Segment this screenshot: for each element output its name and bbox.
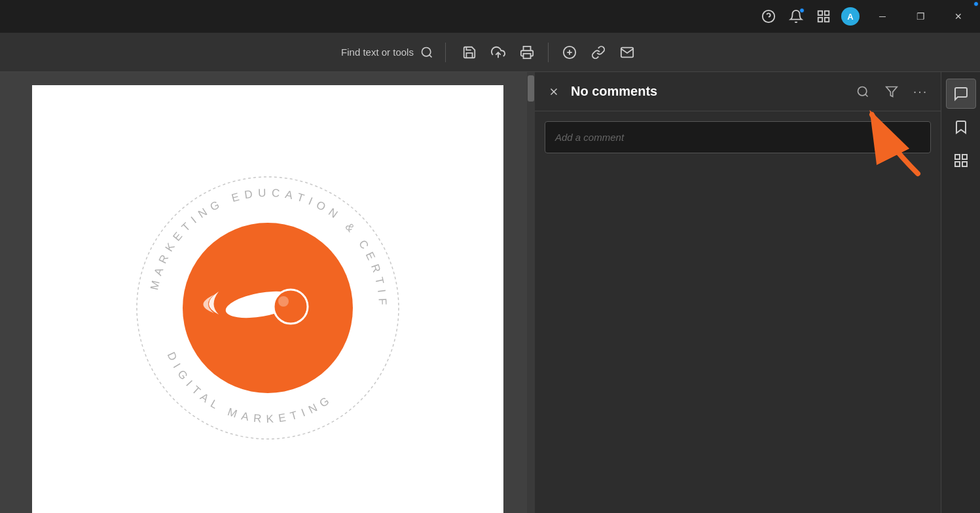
close-panel-button[interactable] — [545, 83, 563, 101]
sidebar-bookmarks-button[interactable] — [946, 112, 976, 142]
comments-title: No comments — [571, 84, 844, 99]
pdf-page: MARKETING EDUCATION & CERTIFICATION DIGI… — [32, 85, 503, 513]
search-area: Find text or tools — [13, 41, 967, 64]
upload-button[interactable] — [486, 41, 510, 64]
add-comment-placeholder: Add a comment — [555, 132, 624, 143]
svg-rect-26 — [962, 155, 967, 159]
svg-rect-25 — [955, 155, 960, 159]
svg-point-22 — [858, 86, 867, 95]
notification-icon[interactable] — [786, 7, 806, 26]
comments-filter-icon[interactable] — [881, 81, 902, 102]
toolbar: Find text or tools — [0, 33, 980, 72]
svg-point-6 — [422, 47, 430, 56]
scrollbar[interactable] — [527, 72, 535, 513]
svg-rect-27 — [955, 162, 960, 166]
comments-more-icon[interactable]: ··· — [910, 81, 931, 102]
toolbar-divider-1 — [445, 43, 446, 62]
add-comment-input[interactable]: Add a comment — [545, 121, 931, 153]
notification-dot — [799, 8, 805, 13]
user-avatar[interactable]: A — [841, 7, 860, 26]
svg-rect-4 — [818, 18, 822, 22]
sidebar-grid-button[interactable] — [946, 145, 976, 176]
svg-point-16 — [274, 290, 308, 324]
print-button[interactable] — [515, 41, 539, 64]
link-button[interactable] — [587, 41, 610, 64]
search-text: Find text or tools — [341, 47, 414, 58]
close-button[interactable]: ✕ — [943, 6, 973, 27]
comments-header: No comments ··· — [535, 72, 941, 111]
main-area: MARKETING EDUCATION & CERTIFICATION DIGI… — [0, 72, 980, 513]
maximize-button[interactable]: ❐ — [905, 6, 935, 27]
svg-rect-2 — [818, 11, 822, 15]
help-icon[interactable] — [759, 7, 778, 26]
svg-line-7 — [429, 54, 432, 57]
pdf-area: MARKETING EDUCATION & CERTIFICATION DIGI… — [0, 72, 535, 513]
svg-rect-28 — [962, 162, 967, 166]
svg-line-23 — [865, 94, 868, 96]
annotate-button[interactable] — [558, 41, 581, 64]
scroll-thumb[interactable] — [528, 75, 534, 102]
email-button[interactable] — [615, 41, 639, 64]
right-sidebar — [941, 72, 980, 513]
minimize-button[interactable]: ─ — [867, 6, 898, 27]
search-box[interactable]: Find text or tools — [341, 46, 433, 59]
comments-search-icon[interactable] — [852, 81, 873, 102]
save-button[interactable] — [458, 41, 481, 64]
svg-rect-9 — [523, 53, 530, 58]
svg-rect-3 — [825, 11, 829, 15]
search-icon — [420, 46, 433, 59]
svg-point-17 — [278, 296, 289, 307]
apps-icon[interactable] — [814, 7, 833, 26]
svg-marker-24 — [886, 86, 898, 96]
comments-panel: No comments ··· Add a comment — [535, 72, 941, 513]
sidebar-comments-button[interactable] — [946, 79, 976, 109]
comment-input-area: Add a comment — [535, 111, 941, 163]
apps-dot — [973, 1, 979, 7]
toolbar-divider-2 — [548, 43, 549, 62]
title-bar: A ─ ❐ ✕ — [0, 0, 980, 33]
svg-rect-5 — [825, 18, 829, 22]
logo-svg: MARKETING EDUCATION & CERTIFICATION DIGI… — [124, 164, 412, 452]
